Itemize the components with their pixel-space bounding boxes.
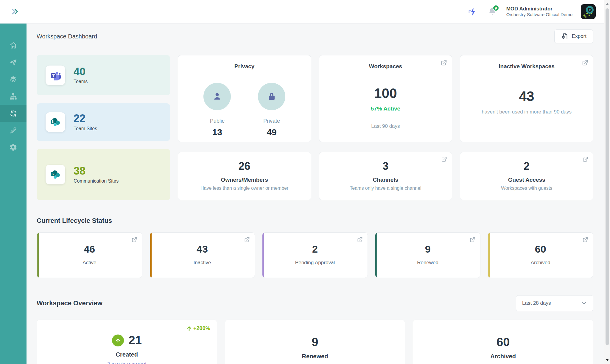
owners-members-subtitle: Have less than a single owner or member (178, 186, 311, 191)
sidebar-item-settings[interactable] (0, 139, 27, 156)
channels-subtitle: Teams only have a single channel (319, 186, 452, 191)
teams-card[interactable]: 40 Teams (37, 55, 170, 95)
overview-renewed-card: 9 Renewed 0 previous period (225, 320, 405, 364)
teams-count: 40 (74, 66, 88, 77)
accent-bar (262, 233, 264, 278)
sidebar-item-home[interactable] (0, 37, 27, 54)
overview-heading: Workspace Overview (37, 299, 102, 307)
guest-access-label: Guest Access (460, 177, 593, 183)
workspaces-title: Workspaces (319, 55, 452, 70)
accent-bar (375, 233, 377, 278)
lifecycle-active-count: 46 (37, 243, 142, 255)
external-link-icon[interactable] (357, 237, 363, 243)
lifecycle-card-archived: 60 Archived (488, 232, 593, 278)
sidebar-nav (0, 23, 27, 364)
communication-sites-card[interactable]: S 38 Communication Sites (37, 149, 170, 200)
private-label: Private (251, 118, 292, 124)
lifecycle-card-active: 46 Active (37, 232, 142, 278)
team-sites-card[interactable]: S 22 Team Sites (37, 103, 170, 141)
lifecycle-card-renewed: 9 Renewed (375, 232, 481, 278)
arrow-up-icon (187, 326, 192, 331)
external-link-icon[interactable] (441, 156, 447, 162)
sidebar-item-tools[interactable] (0, 122, 27, 139)
sidebar-item-workspaces[interactable] (0, 71, 27, 88)
scroll-up-arrow[interactable] (604, 1, 610, 8)
private-lock-icon (258, 83, 285, 110)
renewed-count: 9 (225, 335, 405, 349)
archived-label: Archived (413, 353, 593, 360)
tools-icon (9, 126, 17, 134)
lifecycle-pending-count: 2 (262, 243, 368, 255)
lifecycle-renewed-count: 9 (375, 243, 480, 255)
export-label: Export (572, 33, 586, 39)
lifecycle-renewed-label: Renewed (375, 260, 480, 266)
notifications-bell-icon[interactable]: 9 (487, 6, 498, 17)
created-up-icon (112, 335, 124, 346)
inactive-workspaces-count: 43 (460, 88, 593, 104)
overview-created-card: +200% 21 Created 7 previous period (37, 320, 217, 364)
private-count: 49 (251, 127, 292, 137)
external-link-icon[interactable] (131, 237, 137, 243)
main-content: Workspace Dashboard Export (27, 23, 610, 364)
external-link-icon[interactable] (582, 60, 588, 66)
activity-zap-icon[interactable] (467, 6, 478, 17)
avatar[interactable] (581, 4, 596, 19)
external-link-icon[interactable] (469, 237, 475, 243)
renewed-label: Renewed (225, 353, 405, 360)
channels-label: Channels (319, 177, 452, 183)
lifecycle-heading: Current Lifecycle Status (37, 217, 593, 225)
workspaces-period: Last 90 days (319, 123, 452, 129)
excel-file-icon (561, 33, 568, 40)
created-count: 21 (129, 334, 142, 347)
home-icon (9, 41, 17, 49)
scrollbar[interactable] (604, 0, 610, 364)
overview-archived-card: 60 Archived 0 previous period (413, 320, 593, 364)
created-label: Created (37, 351, 217, 358)
gear-icon (9, 143, 17, 151)
user-menu[interactable]: MOD Administrator Orchestry Software Off… (506, 6, 572, 18)
lifecycle-card-inactive: 43 Inactive (150, 232, 255, 278)
export-button[interactable]: Export (554, 29, 593, 43)
sidebar-item-lifecycle[interactable] (0, 105, 27, 122)
inactive-workspaces-subtitle: haven't been used in more than 90 days (460, 109, 593, 115)
created-trend-badge: +200% (187, 325, 210, 332)
lifecycle-pending-label: Pending Approval (262, 260, 368, 266)
owners-members-card: 26 Owners/Members Have less than a singl… (178, 152, 311, 200)
external-link-icon[interactable] (582, 237, 588, 243)
sidebar-item-directory[interactable] (0, 88, 27, 105)
ms-teams-icon (46, 66, 65, 85)
teams-label: Teams (74, 79, 88, 84)
sidebar-item-requests[interactable] (0, 54, 27, 71)
external-link-icon[interactable] (441, 60, 447, 66)
accent-bar (150, 233, 152, 278)
overview-section: Workspace Overview Last 28 days +200% 21… (37, 295, 593, 364)
lifecycle-inactive-count: 43 (150, 243, 255, 255)
lifecycle-inactive-label: Inactive (150, 260, 255, 266)
external-link-icon[interactable] (244, 237, 250, 243)
workspaces-count: 100 (319, 85, 452, 101)
communication-sites-count: 38 (74, 165, 119, 177)
owners-members-count: 26 (178, 160, 311, 172)
channels-count: 3 (319, 160, 452, 172)
team-sites-count: 22 (74, 113, 97, 124)
external-link-icon[interactable] (582, 156, 588, 162)
date-range-select[interactable]: Last 28 days (516, 295, 593, 311)
public-label: Public (196, 118, 238, 124)
scrollbar-thumb[interactable] (606, 8, 609, 345)
user-name: MOD Administrator (506, 6, 572, 12)
page-title: Workspace Dashboard (37, 33, 97, 40)
created-previous-link[interactable]: 7 previous period (37, 362, 217, 364)
scroll-down-arrow[interactable] (604, 356, 610, 363)
guest-access-card: 2 Guest Access Workspaces with guests (460, 152, 593, 200)
sharepoint-icon: S (46, 112, 65, 132)
layers-icon (9, 75, 17, 83)
lifecycle-archived-label: Archived (488, 260, 593, 266)
workspaces-active-percent: 57% Active (319, 105, 452, 112)
svg-text:S: S (52, 172, 54, 176)
date-range-value: Last 28 days (522, 300, 551, 306)
guest-access-subtitle: Workspaces with guests (460, 186, 593, 191)
sidebar-expand-icon[interactable] (10, 6, 21, 17)
summary-cards: 40 Teams S 22 Team Sites (37, 55, 593, 200)
public-person-icon (203, 83, 231, 110)
send-icon (9, 58, 17, 66)
